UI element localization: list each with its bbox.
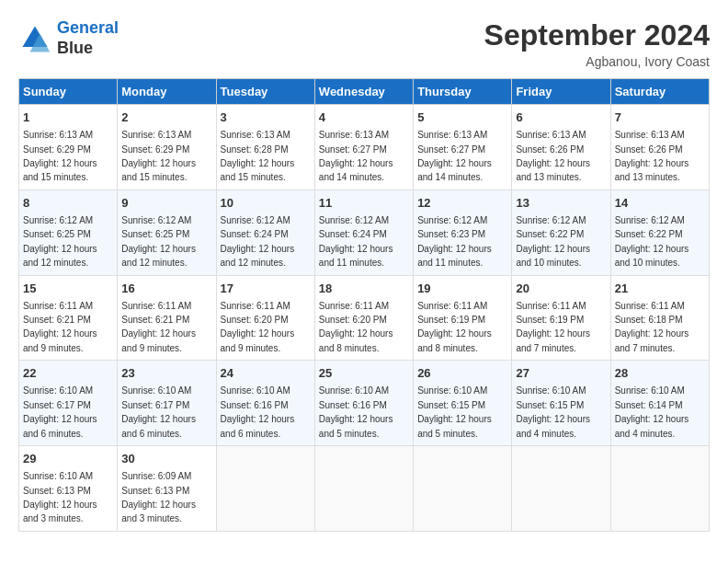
col-wednesday: Wednesday [314,79,413,105]
day-info: Sunrise: 6:12 AMSunset: 6:22 PMDaylight:… [615,215,689,268]
day-number: 1 [23,109,113,126]
calendar-day-cell: 11Sunrise: 6:12 AMSunset: 6:24 PMDayligh… [314,190,413,275]
day-info: Sunrise: 6:13 AMSunset: 6:29 PMDaylight:… [23,130,97,182]
day-number: 4 [319,109,409,126]
calendar-empty-cell [216,446,314,532]
day-info: Sunrise: 6:11 AMSunset: 6:19 PMDaylight:… [516,301,590,353]
day-info: Sunrise: 6:12 AMSunset: 6:22 PMDaylight:… [516,215,590,268]
calendar-empty-cell [414,446,512,532]
day-number: 22 [23,365,113,382]
calendar-day-cell: 2Sunrise: 6:13 AMSunset: 6:29 PMDaylight… [118,105,216,190]
col-saturday: Saturday [610,79,709,105]
day-number: 6 [516,109,606,126]
day-info: Sunrise: 6:13 AMSunset: 6:27 PMDaylight:… [319,130,393,182]
day-info: Sunrise: 6:10 AMSunset: 6:14 PMDaylight:… [615,385,689,438]
day-info: Sunrise: 6:11 AMSunset: 6:20 PMDaylight:… [319,301,393,353]
day-number: 8 [23,195,113,212]
day-number: 19 [417,281,507,297]
calendar-day-cell: 20Sunrise: 6:11 AMSunset: 6:19 PMDayligh… [512,275,610,361]
day-info: Sunrise: 6:12 AMSunset: 6:25 PMDaylight:… [23,215,97,268]
day-info: Sunrise: 6:10 AMSunset: 6:15 PMDaylight:… [516,385,590,438]
calendar-day-cell: 5Sunrise: 6:13 AMSunset: 6:27 PMDaylight… [414,105,512,190]
day-number: 18 [319,281,409,297]
calendar-day-cell: 15Sunrise: 6:11 AMSunset: 6:21 PMDayligh… [19,275,118,361]
calendar-day-cell: 24Sunrise: 6:10 AMSunset: 6:16 PMDayligh… [216,361,314,446]
day-number: 11 [319,195,409,212]
day-info: Sunrise: 6:11 AMSunset: 6:21 PMDaylight:… [121,301,196,353]
day-number: 21 [615,281,705,297]
calendar-week-row: 15Sunrise: 6:11 AMSunset: 6:21 PMDayligh… [19,275,710,361]
day-info: Sunrise: 6:13 AMSunset: 6:28 PMDaylight:… [221,130,295,182]
month-title: September 2024 [484,18,710,52]
day-info: Sunrise: 6:10 AMSunset: 6:16 PMDaylight:… [319,385,393,438]
calendar-day-cell: 4Sunrise: 6:13 AMSunset: 6:27 PMDaylight… [314,105,413,190]
calendar-day-cell: 27Sunrise: 6:10 AMSunset: 6:15 PMDayligh… [512,361,610,446]
calendar-day-cell: 7Sunrise: 6:13 AMSunset: 6:26 PMDaylight… [610,105,709,190]
calendar-empty-cell [610,446,709,532]
calendar-day-cell: 16Sunrise: 6:11 AMSunset: 6:21 PMDayligh… [118,275,216,361]
day-number: 27 [516,365,606,382]
page-header: GeneralBlue September 2024 Agbanou, Ivor… [18,18,710,69]
day-number: 16 [121,281,211,297]
calendar-week-row: 8Sunrise: 6:12 AMSunset: 6:25 PMDaylight… [19,190,710,275]
logo: GeneralBlue [18,18,119,58]
day-number: 28 [615,365,705,382]
calendar-day-cell: 8Sunrise: 6:12 AMSunset: 6:25 PMDaylight… [19,190,118,275]
calendar-day-cell: 23Sunrise: 6:10 AMSunset: 6:17 PMDayligh… [118,361,216,446]
col-monday: Monday [118,79,216,105]
logo-icon [18,22,51,55]
location-title: Agbanou, Ivory Coast [484,54,710,69]
calendar-header-row: Sunday Monday Tuesday Wednesday Thursday… [19,79,710,105]
calendar-day-cell: 10Sunrise: 6:12 AMSunset: 6:24 PMDayligh… [216,190,314,275]
col-tuesday: Tuesday [216,79,314,105]
day-info: Sunrise: 6:10 AMSunset: 6:13 PMDaylight:… [23,471,97,523]
calendar-day-cell: 29Sunrise: 6:10 AMSunset: 6:13 PMDayligh… [19,446,118,532]
col-sunday: Sunday [19,79,118,105]
day-number: 23 [121,365,211,382]
day-number: 26 [417,365,507,382]
calendar-week-row: 22Sunrise: 6:10 AMSunset: 6:17 PMDayligh… [19,361,710,446]
day-number: 12 [417,195,507,212]
calendar-week-row: 1Sunrise: 6:13 AMSunset: 6:29 PMDaylight… [19,105,710,190]
calendar-day-cell: 1Sunrise: 6:13 AMSunset: 6:29 PMDaylight… [19,105,118,190]
calendar-day-cell: 30Sunrise: 6:09 AMSunset: 6:13 PMDayligh… [118,446,216,532]
day-number: 25 [319,365,409,382]
calendar-table: Sunday Monday Tuesday Wednesday Thursday… [18,78,710,532]
day-info: Sunrise: 6:11 AMSunset: 6:19 PMDaylight:… [417,301,492,353]
calendar-day-cell: 9Sunrise: 6:12 AMSunset: 6:25 PMDaylight… [118,190,216,275]
day-info: Sunrise: 6:10 AMSunset: 6:15 PMDaylight:… [417,385,492,438]
calendar-day-cell: 26Sunrise: 6:10 AMSunset: 6:15 PMDayligh… [414,361,512,446]
calendar-day-cell: 21Sunrise: 6:11 AMSunset: 6:18 PMDayligh… [610,275,709,361]
col-thursday: Thursday [414,79,512,105]
day-info: Sunrise: 6:12 AMSunset: 6:24 PMDaylight:… [319,215,393,268]
day-info: Sunrise: 6:11 AMSunset: 6:18 PMDaylight:… [615,301,689,353]
calendar-day-cell: 14Sunrise: 6:12 AMSunset: 6:22 PMDayligh… [610,190,709,275]
title-block: September 2024 Agbanou, Ivory Coast [484,18,710,69]
day-info: Sunrise: 6:10 AMSunset: 6:17 PMDaylight:… [121,385,196,438]
day-info: Sunrise: 6:13 AMSunset: 6:26 PMDaylight:… [516,130,590,182]
calendar-day-cell: 3Sunrise: 6:13 AMSunset: 6:28 PMDaylight… [216,105,314,190]
logo-text: GeneralBlue [57,18,119,58]
calendar-empty-cell [512,446,610,532]
day-info: Sunrise: 6:11 AMSunset: 6:21 PMDaylight:… [23,301,97,353]
day-number: 14 [615,195,705,212]
day-info: Sunrise: 6:13 AMSunset: 6:29 PMDaylight:… [121,130,196,182]
day-number: 17 [221,281,311,297]
day-info: Sunrise: 6:12 AMSunset: 6:25 PMDaylight:… [121,215,196,268]
day-number: 24 [221,365,311,382]
day-info: Sunrise: 6:11 AMSunset: 6:20 PMDaylight:… [221,301,295,353]
day-info: Sunrise: 6:13 AMSunset: 6:26 PMDaylight:… [615,130,689,182]
day-number: 5 [417,109,507,126]
day-info: Sunrise: 6:13 AMSunset: 6:27 PMDaylight:… [417,130,492,182]
day-number: 9 [121,195,211,212]
calendar-day-cell: 28Sunrise: 6:10 AMSunset: 6:14 PMDayligh… [610,361,709,446]
day-info: Sunrise: 6:10 AMSunset: 6:16 PMDaylight:… [221,385,295,438]
day-number: 30 [121,451,211,467]
calendar-day-cell: 18Sunrise: 6:11 AMSunset: 6:20 PMDayligh… [314,275,413,361]
day-number: 2 [121,109,211,126]
calendar-week-row: 29Sunrise: 6:10 AMSunset: 6:13 PMDayligh… [19,446,710,532]
day-info: Sunrise: 6:09 AMSunset: 6:13 PMDaylight:… [121,471,196,523]
day-number: 29 [23,451,113,467]
calendar-empty-cell [314,446,413,532]
day-number: 10 [221,195,311,212]
